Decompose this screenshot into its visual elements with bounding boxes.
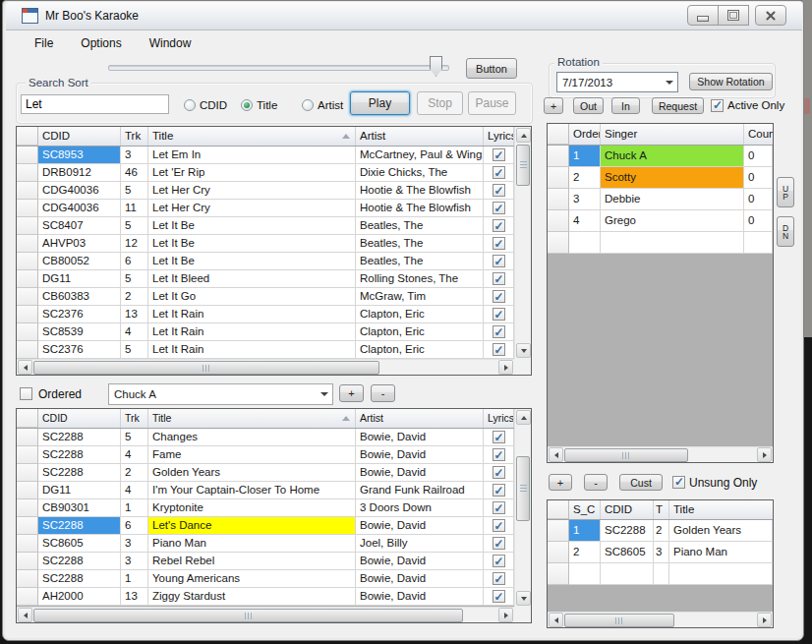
table-row[interactable]: DRB091246Let 'Er RipDixie Chicks, The xyxy=(17,164,531,182)
cell-cdid[interactable]: SC2376 xyxy=(38,306,121,323)
cell-artist[interactable]: Grand Funk Railroad xyxy=(356,482,484,499)
cell-artist[interactable]: 3 Doors Down xyxy=(356,499,484,517)
scroll-thumb[interactable] xyxy=(516,456,530,521)
lyrics-checkbox[interactable] xyxy=(493,555,505,567)
cell-trk[interactable]: 4 xyxy=(121,482,148,499)
cell-artist[interactable]: Bowie, David xyxy=(356,517,484,535)
table-row-empty[interactable] xyxy=(548,232,773,254)
row-header[interactable] xyxy=(17,517,38,535)
cell-cdid[interactable]: AHVP03 xyxy=(38,235,121,253)
cell-count[interactable] xyxy=(744,232,773,254)
cell-title[interactable]: Ziggy Stardust xyxy=(148,588,356,606)
cell-trk[interactable]: 5 xyxy=(121,429,148,446)
row-header[interactable] xyxy=(17,341,38,359)
cell-cdid[interactable]: SC2288 xyxy=(38,570,121,588)
cell-trk[interactable]: 2 xyxy=(121,464,148,482)
row-header[interactable] xyxy=(17,570,38,588)
cell-title[interactable]: Fame xyxy=(148,446,356,464)
cell-singer[interactable]: Chuck A xyxy=(601,146,744,167)
cell-title[interactable]: Young Americans xyxy=(148,570,356,588)
cell-t[interactable]: 2 xyxy=(654,520,669,542)
column-header-t[interactable]: T xyxy=(654,500,669,519)
horizontal-scrollbar[interactable] xyxy=(548,612,773,627)
scroll-left-button[interactable] xyxy=(549,447,563,462)
column-header-title[interactable]: Title xyxy=(669,500,773,519)
lyrics-checkbox[interactable] xyxy=(493,255,505,267)
row-header[interactable] xyxy=(548,542,569,563)
active-only-checkbox[interactable] xyxy=(711,99,724,112)
row-header[interactable] xyxy=(548,189,569,210)
title-bar[interactable]: Mr Boo's Karaoke xyxy=(6,2,802,30)
cell-lyrics[interactable] xyxy=(484,288,514,306)
cell-title[interactable]: I'm Your Captain-Closer To Home xyxy=(148,482,356,499)
cell-cdid[interactable]: SC2288 xyxy=(38,553,121,570)
lyrics-checkbox[interactable] xyxy=(493,519,505,532)
radio-cdid-label[interactable]: CDID xyxy=(200,99,227,111)
column-header-sc[interactable]: S_C xyxy=(569,500,601,519)
cell-artist[interactable]: Bowie, David xyxy=(356,553,484,570)
table-row[interactable]: SC22882Golden YearsBowie, David xyxy=(17,464,531,482)
scroll-up-button[interactable] xyxy=(516,128,531,143)
table-row[interactable]: 3Debbie0 xyxy=(548,189,773,210)
cell-lyrics[interactable] xyxy=(484,235,514,253)
cell-artist[interactable]: Bowie, David xyxy=(356,588,484,606)
cell-singer[interactable] xyxy=(601,232,744,254)
rotation-add-button[interactable]: + xyxy=(544,97,563,114)
cell-trk[interactable]: 3 xyxy=(121,146,148,164)
cell-lyrics[interactable] xyxy=(484,323,514,341)
row-header[interactable] xyxy=(17,429,38,446)
cell-artist[interactable]: Bowie, David xyxy=(356,464,484,482)
corner-header[interactable] xyxy=(17,127,38,146)
cell-count[interactable]: 0 xyxy=(744,210,773,232)
horizontal-scrollbar[interactable] xyxy=(17,359,514,375)
scroll-down-button[interactable] xyxy=(516,591,531,606)
cell-trk[interactable]: 5 xyxy=(121,182,148,200)
column-header-artist[interactable]: Artist xyxy=(356,409,484,428)
cell-title[interactable]: Let Her Cry xyxy=(148,182,356,200)
table-row[interactable]: SC22884FameBowie, David xyxy=(17,446,531,464)
ordered-checkbox[interactable] xyxy=(20,387,32,400)
rotation-out-button[interactable]: Out xyxy=(573,97,604,114)
column-header-cdid[interactable]: CDID xyxy=(601,500,654,519)
table-row[interactable]: CB903011Kryptonite3 Doors Down xyxy=(17,499,531,517)
ordered-add-button[interactable]: + xyxy=(339,384,364,402)
cell-sc[interactable]: 1 xyxy=(569,520,601,542)
row-header[interactable] xyxy=(17,482,38,499)
row-header[interactable] xyxy=(548,167,569,189)
queue-remove-button[interactable]: - xyxy=(584,474,608,491)
cell-singer[interactable]: Scotty xyxy=(601,167,744,189)
lyrics-checkbox[interactable] xyxy=(493,431,505,443)
cell-trk[interactable]: 2 xyxy=(121,288,148,306)
lyrics-checkbox[interactable] xyxy=(493,343,505,356)
lyrics-checkbox[interactable] xyxy=(493,219,505,232)
cell-lyrics[interactable] xyxy=(484,182,514,200)
corner-header[interactable] xyxy=(17,409,38,428)
row-header[interactable] xyxy=(548,210,569,232)
cell-cdid[interactable]: SC8539 xyxy=(38,323,121,341)
rotation-date-combobox[interactable]: 7/17/2013 xyxy=(556,72,678,92)
cell-order[interactable]: 3 xyxy=(569,189,601,210)
table-row[interactable]: SC237613Let It RainClapton, Eric xyxy=(17,306,531,323)
cell-trk[interactable]: 5 xyxy=(121,270,148,288)
cell-cdid[interactable]: DG11 xyxy=(38,482,121,499)
cell-title[interactable]: Let Her Cry xyxy=(148,200,356,217)
cell-title[interactable]: Let It Rain xyxy=(148,323,356,341)
cell-title-highlighted[interactable]: Let's Dance xyxy=(148,517,356,535)
menu-file[interactable]: File xyxy=(25,33,63,53)
cell-title[interactable]: Let Em In xyxy=(148,146,356,164)
cell-title[interactable]: Let It Be xyxy=(148,217,356,235)
row-header[interactable] xyxy=(17,200,38,217)
cell-trk[interactable]: 3 xyxy=(121,535,148,553)
row-header[interactable] xyxy=(17,535,38,553)
table-row[interactable]: AH200013Ziggy StardustBowie, David xyxy=(17,588,531,606)
scroll-thumb[interactable] xyxy=(564,614,674,627)
table-row[interactable]: SC22885ChangesBowie, David xyxy=(17,429,531,446)
lyrics-checkbox[interactable] xyxy=(493,166,505,179)
cell-cdid[interactable]: AH2000 xyxy=(38,588,121,606)
row-header[interactable] xyxy=(548,146,569,167)
minimize-button[interactable] xyxy=(687,5,719,26)
cell-title[interactable]: Piano Man xyxy=(669,542,773,563)
play-button[interactable]: Play xyxy=(350,91,410,115)
row-header[interactable] xyxy=(17,217,38,235)
cell-title[interactable]: Golden Years xyxy=(669,520,773,542)
